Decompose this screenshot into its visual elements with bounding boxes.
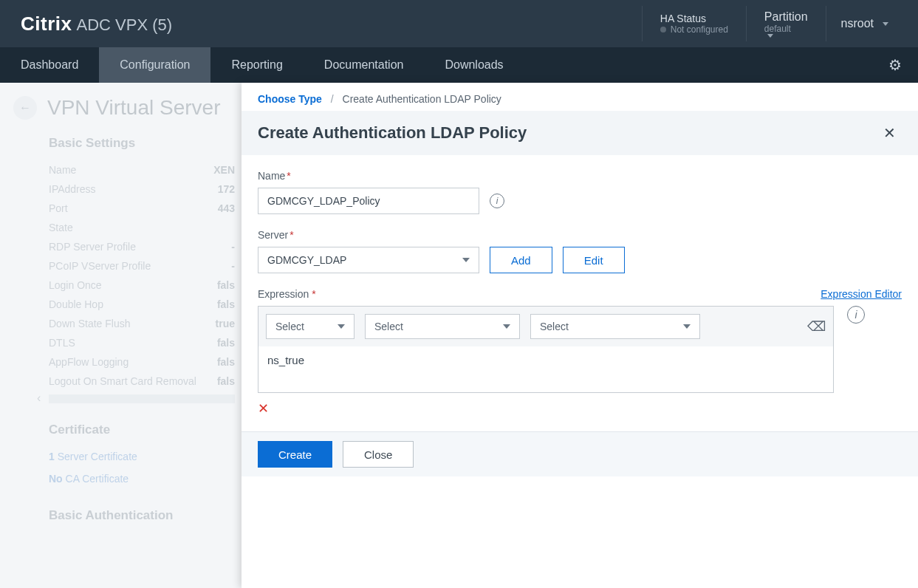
info-icon[interactable]: i (490, 194, 504, 208)
expr-select-3-label: Select (540, 321, 569, 332)
server-select-value: GDMCGY_LDAP (267, 254, 346, 266)
nav-reporting[interactable]: Reporting (210, 47, 303, 83)
chevron-down-icon (338, 324, 345, 329)
backspace-icon[interactable]: ⌫ (807, 318, 826, 335)
name-input[interactable] (258, 188, 479, 214)
breadcrumb-choose-type[interactable]: Choose Type (258, 93, 322, 105)
ha-status-value: Not configured (660, 24, 728, 35)
top-banner: Citrix ADC VPX (5) HA Status Not configu… (0, 0, 918, 47)
ha-status-dot-icon (660, 27, 666, 33)
expression-label: Expression (258, 288, 316, 300)
add-button[interactable]: Add (490, 247, 552, 273)
main-nav: Dashboard Configuration Reporting Docume… (0, 47, 918, 83)
info-icon[interactable]: i (847, 306, 865, 324)
expr-select-3[interactable]: Select (530, 314, 700, 339)
nav-dashboard[interactable]: Dashboard (0, 47, 99, 83)
expression-editor-link[interactable]: Expression Editor (821, 288, 902, 300)
nav-downloads[interactable]: Downloads (424, 47, 524, 83)
partition-value: default (764, 24, 808, 34)
partition-label: Partition (764, 10, 808, 24)
nav-configuration[interactable]: Configuration (99, 47, 210, 83)
expr-select-2[interactable]: Select (365, 314, 520, 339)
panel-body: Name i Server GDMCGY_LDAP Add Edit Expre… (242, 155, 918, 431)
close-icon[interactable]: ✕ (877, 121, 902, 145)
expr-select-1[interactable]: Select (266, 314, 354, 339)
brand-citrix: Citrix (21, 13, 72, 35)
brand-product: ADC VPX (5) (76, 16, 172, 35)
create-button[interactable]: Create (258, 441, 332, 468)
clear-expression-icon[interactable]: ✕ (258, 400, 269, 417)
partition-dropdown[interactable]: Partition default (746, 6, 826, 41)
breadcrumb-separator: / (331, 93, 334, 105)
server-select[interactable]: GDMCGY_LDAP (258, 247, 479, 273)
nav-documentation[interactable]: Documentation (304, 47, 425, 83)
user-menu[interactable]: nsroot (826, 6, 903, 41)
chevron-down-icon (503, 324, 510, 329)
expression-box: Select Select Select ⌫ (258, 306, 834, 393)
ha-status-title: HA Status (660, 13, 728, 24)
expr-select-1-label: Select (275, 321, 304, 332)
expr-select-2-label: Select (374, 321, 403, 332)
ha-status-text: Not configured (671, 24, 728, 35)
panel-footer: Create Close (242, 431, 918, 476)
panel-title: Create Authentication LDAP Policy (258, 123, 877, 143)
gear-icon[interactable]: ⚙ (872, 47, 918, 83)
edit-button[interactable]: Edit (563, 247, 625, 273)
expression-textarea[interactable] (258, 346, 833, 389)
chevron-down-icon (683, 324, 691, 329)
expression-toolbar: Select Select Select ⌫ (258, 307, 833, 346)
close-button[interactable]: Close (343, 441, 414, 468)
brand-block: Citrix ADC VPX (5) (21, 13, 642, 35)
user-name: nsroot (841, 17, 874, 30)
name-label: Name (258, 170, 902, 182)
breadcrumb-current: Create Authentication LDAP Policy (343, 93, 501, 105)
ldap-policy-panel: Choose Type / Create Authentication LDAP… (242, 83, 918, 588)
topbar-right: HA Status Not configured Partition defau… (642, 6, 903, 41)
ha-status-block: HA Status Not configured (642, 6, 746, 41)
server-label: Server (258, 229, 902, 241)
panel-header: Create Authentication LDAP Policy ✕ (242, 111, 918, 155)
breadcrumb: Choose Type / Create Authentication LDAP… (242, 83, 918, 111)
chevron-down-icon (462, 258, 470, 262)
